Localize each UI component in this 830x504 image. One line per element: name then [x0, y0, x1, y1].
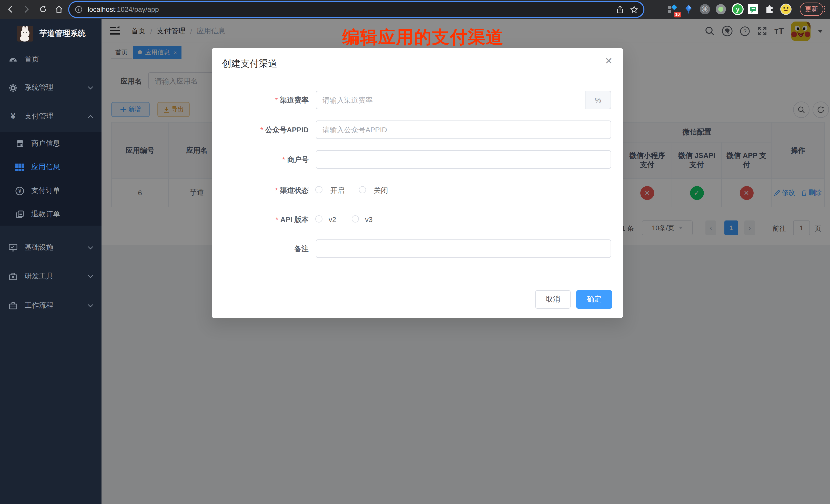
- site-info-icon[interactable]: [75, 6, 83, 13]
- annotation-title: 编辑应用的支付渠道: [323, 26, 523, 49]
- rate-input-group: %: [316, 91, 611, 109]
- cancel-button[interactable]: 取消: [535, 290, 571, 309]
- extension-kite-icon[interactable]: [682, 3, 695, 15]
- extension-puzzle-icon[interactable]: [763, 3, 776, 15]
- app-title: 芋道管理系统: [39, 28, 86, 38]
- chevron-down-icon: [88, 304, 93, 307]
- appid-input[interactable]: [316, 121, 611, 139]
- sidebar: 芋道管理系统 首页 系统管理 ¥ 支付管理: [0, 19, 101, 504]
- sidebar-item-payment[interactable]: ¥ 支付管理: [0, 104, 101, 128]
- extension-command-icon[interactable]: ⌘: [699, 3, 711, 15]
- browser-menu-icon[interactable]: ⋮: [821, 3, 828, 15]
- bookmark-star-icon[interactable]: [630, 5, 638, 13]
- sidebar-item-label: 首页: [25, 55, 39, 64]
- extension-diamond-icon[interactable]: 10: [666, 3, 678, 15]
- sidebar-item-label: 工作流程: [25, 301, 53, 310]
- radio-api-v3[interactable]: [352, 215, 359, 222]
- required-asterisk: *: [260, 126, 263, 134]
- grid-icon: [15, 163, 24, 171]
- radio-api-v3-label[interactable]: v3: [365, 215, 373, 224]
- yen-icon: ¥: [9, 112, 18, 121]
- share-icon[interactable]: [616, 5, 624, 13]
- rate-input[interactable]: [316, 91, 585, 109]
- radio-status-closed-label[interactable]: 关闭: [374, 186, 388, 195]
- svg-text:¥: ¥: [19, 188, 21, 194]
- radio-status-closed[interactable]: [359, 186, 366, 193]
- sidebar-item-workflow[interactable]: 工作流程: [0, 294, 101, 317]
- field-label-api-version: *API 版本: [212, 215, 309, 225]
- required-asterisk: *: [275, 186, 278, 194]
- url-text[interactable]: localhost:1024/pay/app: [88, 6, 159, 13]
- create-pay-channel-dialog: 创建支付渠道 ✕ *渠道费率 % *公众号APPID *商户号 *渠道状态 开启…: [212, 48, 623, 318]
- update-label: 更新: [805, 5, 818, 14]
- required-asterisk: *: [275, 96, 278, 104]
- sidebar-item-pay-orders[interactable]: ¥ 支付订单: [0, 179, 101, 202]
- url-host: localhost: [88, 6, 115, 13]
- sidebar-item-system[interactable]: 系统管理: [0, 76, 101, 99]
- remark-input[interactable]: [316, 240, 611, 258]
- required-asterisk: *: [282, 155, 285, 163]
- browser-home-icon[interactable]: [52, 3, 66, 16]
- url-path: :1024/pay/app: [115, 6, 159, 13]
- field-label-merchant-id: *商户号: [212, 155, 309, 165]
- sidebar-item-label: 退款订单: [31, 210, 60, 219]
- toolbox-icon: [9, 272, 18, 281]
- browser-chrome: localhost:1024/pay/app 10 ⌘ y: [0, 0, 830, 19]
- storefront-icon: [15, 139, 24, 148]
- dialog-title: 创建支付渠道: [222, 57, 277, 70]
- sidebar-item-dev-tools[interactable]: 研发工具: [0, 264, 101, 288]
- sidebar-item-label: 基础设施: [25, 243, 53, 252]
- extension-badge: 10: [674, 12, 681, 18]
- svg-text:y: y: [736, 6, 739, 13]
- radio-api-v2[interactable]: [315, 215, 322, 222]
- document-copy-icon: [15, 210, 24, 219]
- sidebar-logo-row[interactable]: 芋道管理系统: [0, 19, 101, 48]
- sidebar-item-label: 支付订单: [31, 186, 60, 195]
- browser-reload-icon[interactable]: [36, 3, 50, 16]
- cancel-label: 取消: [546, 295, 560, 304]
- field-label-status: *渠道状态: [212, 186, 309, 195]
- screen: localhost:1024/pay/app 10 ⌘ y: [0, 0, 830, 504]
- sidebar-item-label: 系统管理: [25, 83, 53, 92]
- field-label-rate: *渠道费率: [212, 96, 309, 105]
- chevron-down-icon: [88, 86, 93, 90]
- extension-emoji-avatar[interactable]: [780, 3, 792, 15]
- radio-api-v2-label[interactable]: v2: [329, 215, 336, 224]
- chevron-down-icon: [88, 275, 93, 278]
- browser-update-button[interactable]: 更新: [800, 3, 823, 16]
- extension-record-icon[interactable]: [715, 3, 727, 15]
- extension-chat-icon[interactable]: [747, 3, 759, 15]
- monitor-icon: [9, 243, 18, 252]
- browser-forward-icon[interactable]: [20, 3, 33, 16]
- sidebar-item-label: 商户信息: [31, 139, 60, 148]
- extension-y-green-icon[interactable]: y: [732, 3, 744, 15]
- sidebar-item-home[interactable]: 首页: [0, 48, 101, 71]
- field-label-remark: 备注: [212, 245, 309, 254]
- percent-append: %: [585, 91, 611, 109]
- merchant-id-input[interactable]: [316, 150, 611, 169]
- app-logo: [17, 25, 33, 41]
- sidebar-item-label: 应用信息: [31, 162, 60, 172]
- confirm-button[interactable]: 确定: [576, 290, 612, 309]
- chevron-up-icon: [88, 115, 93, 118]
- field-label-appid: *公众号APPID: [212, 126, 309, 135]
- sidebar-item-label: 研发工具: [25, 272, 53, 281]
- sidebar-item-merchant-info[interactable]: 商户信息: [0, 132, 101, 155]
- briefcase-icon: [9, 301, 18, 310]
- sidebar-item-label: 支付管理: [25, 112, 53, 121]
- browser-back-icon[interactable]: [4, 3, 18, 16]
- radio-status-open-label[interactable]: 开启: [330, 186, 345, 195]
- sidebar-item-app-info[interactable]: 应用信息: [0, 155, 101, 179]
- svg-text:⌘: ⌘: [702, 5, 708, 13]
- sidebar-item-refund-orders[interactable]: 退款订单: [0, 202, 101, 226]
- chevron-down-icon: [88, 246, 93, 249]
- dashboard-icon: [9, 55, 18, 64]
- gear-icon: [9, 83, 18, 92]
- yen-circle-icon: ¥: [15, 186, 24, 195]
- close-icon[interactable]: ✕: [605, 56, 613, 66]
- radio-status-open[interactable]: [315, 186, 322, 193]
- address-bar[interactable]: localhost:1024/pay/app: [69, 2, 643, 17]
- confirm-label: 确定: [587, 295, 601, 304]
- required-asterisk: *: [276, 215, 278, 224]
- sidebar-item-infrastructure[interactable]: 基础设施: [0, 236, 101, 259]
